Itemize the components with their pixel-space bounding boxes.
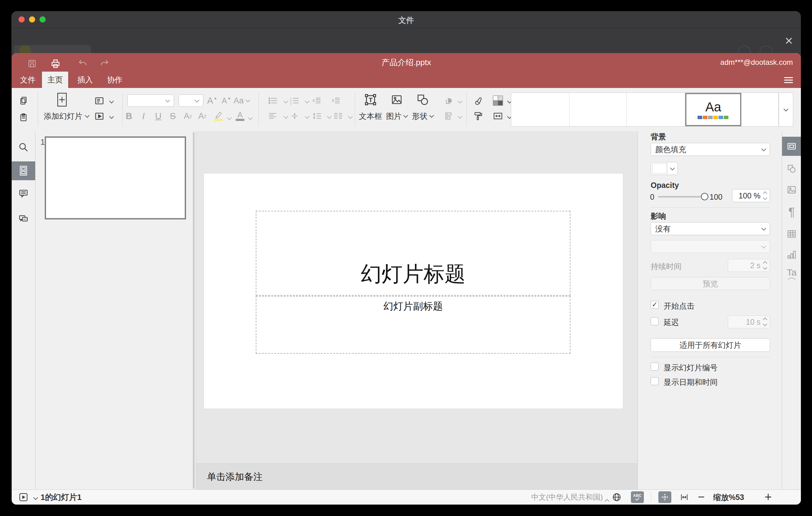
image-icon[interactable]	[390, 94, 403, 106]
align-objects-icon[interactable]	[444, 111, 454, 121]
textbox-label[interactable]: 文本框	[359, 111, 382, 121]
tab-collaboration[interactable]: 协作	[102, 71, 128, 88]
delay-checkbox[interactable]	[651, 317, 659, 325]
close-icon[interactable]	[784, 35, 794, 46]
copy-icon[interactable]	[19, 96, 28, 105]
show-date-time-checkbox[interactable]	[651, 377, 659, 385]
strikeout-button[interactable]: S	[170, 111, 176, 121]
duration-spinner[interactable]: 2 s	[728, 259, 770, 272]
shape-settings-icon[interactable]	[786, 164, 797, 174]
outdent-icon[interactable]	[312, 96, 321, 105]
highlight-chevron-icon[interactable]	[227, 115, 232, 120]
font-size-select[interactable]	[179, 94, 203, 107]
notes-area[interactable]: 单击添加备注	[196, 463, 637, 490]
indent-icon[interactable]	[331, 96, 340, 105]
bold-button[interactable]: B	[126, 111, 132, 121]
theme-slot[interactable]	[570, 93, 627, 126]
theme-slot[interactable]	[741, 93, 778, 126]
delay-spinner[interactable]: 10 s	[728, 315, 770, 328]
globe-icon[interactable]	[612, 492, 622, 502]
spellcheck-icon[interactable]: ABC	[631, 491, 644, 503]
menu-icon[interactable]	[784, 77, 793, 83]
numbered-list-chevron-icon[interactable]	[305, 99, 310, 104]
underline-button[interactable]: U	[155, 111, 162, 121]
paste-icon[interactable]	[19, 113, 28, 122]
language-label[interactable]: 中文(中华人民共和国)	[531, 492, 603, 502]
shape-icon[interactable]	[416, 93, 429, 106]
image-button[interactable]: 图片	[386, 111, 408, 121]
align-chevron-icon[interactable]	[284, 114, 288, 119]
slideshow-icon[interactable]	[94, 111, 105, 121]
theme-slot[interactable]	[627, 93, 685, 126]
theme-slot-selected[interactable]: Aa	[685, 93, 742, 126]
chat-icon[interactable]	[18, 214, 29, 224]
effect-select[interactable]: 没有	[651, 222, 770, 235]
valign-chevron-icon[interactable]	[305, 114, 310, 119]
preview-button[interactable]: 预览	[651, 277, 770, 290]
chart-settings-icon[interactable]	[786, 250, 797, 260]
bullet-list-chevron-icon[interactable]	[284, 99, 288, 104]
slide-size-icon[interactable]	[493, 111, 503, 121]
title-placeholder[interactable]: 幻灯片标题	[256, 211, 571, 296]
line-spacing-icon[interactable]	[313, 112, 322, 120]
columns-icon[interactable]	[334, 112, 343, 120]
subtitle-placeholder[interactable]: 幻灯片副标题	[256, 296, 571, 354]
tab-insert[interactable]: 插入	[72, 71, 98, 88]
fit-slide-icon[interactable]	[658, 491, 671, 503]
superscript-button[interactable]: A2	[184, 111, 192, 121]
font-name-select[interactable]	[127, 94, 174, 107]
slide-layout-icon[interactable]	[94, 96, 105, 106]
tab-file[interactable]: 文件	[16, 71, 40, 88]
slide-layout-chevron-icon[interactable]	[109, 99, 114, 104]
add-slide-button[interactable]: 添加幻灯片	[44, 111, 89, 121]
start-slideshow-chevron-icon[interactable]	[33, 495, 38, 500]
textbox-icon[interactable]: T	[364, 93, 377, 106]
italic-button[interactable]: I	[142, 111, 145, 121]
table-settings-icon[interactable]	[786, 229, 797, 239]
align-icon[interactable]	[268, 112, 278, 120]
background-color-swatch[interactable]	[651, 162, 678, 175]
font-color-chevron-icon[interactable]	[248, 115, 253, 120]
opacity-slider-thumb[interactable]	[701, 193, 708, 200]
shape-button[interactable]: 形状	[412, 111, 433, 121]
add-slide-icon[interactable]	[57, 93, 67, 107]
effect-type-select[interactable]	[651, 240, 770, 253]
search-icon[interactable]	[18, 142, 29, 152]
valign-icon[interactable]	[290, 112, 299, 120]
align-objects-chevron-icon[interactable]	[458, 114, 463, 119]
theme-slot[interactable]	[511, 93, 570, 126]
change-case-icon[interactable]: Aa	[234, 96, 250, 106]
bullet-list-icon[interactable]	[268, 96, 278, 105]
start-on-click-checkbox[interactable]: ✓	[651, 301, 659, 309]
zoom-in-icon[interactable]: +	[764, 490, 772, 504]
opacity-slider[interactable]	[658, 196, 705, 198]
language-caret-icon[interactable]	[605, 499, 610, 504]
tab-home[interactable]: 主页	[42, 71, 68, 88]
font-increase-icon[interactable]: A▲	[207, 96, 217, 106]
fit-width-icon[interactable]	[679, 493, 689, 501]
paint-roller-icon[interactable]	[473, 111, 483, 121]
opacity-spinner[interactable]: 100 %	[732, 189, 770, 202]
columns-chevron-icon[interactable]	[348, 114, 353, 119]
background-fill-select[interactable]: 颜色填充	[651, 143, 770, 156]
slide[interactable]: 幻灯片标题 幻灯片副标题	[204, 173, 623, 409]
comment-icon[interactable]	[18, 189, 29, 198]
paragraph-settings-icon[interactable]: ¶	[788, 205, 795, 219]
start-slideshow-icon[interactable]	[19, 492, 28, 502]
subscript-button[interactable]: A2	[198, 111, 206, 121]
slide-thumbnail[interactable]	[45, 136, 186, 220]
show-slide-number-checkbox[interactable]	[651, 363, 659, 371]
highlight-icon[interactable]	[214, 111, 223, 121]
font-decrease-icon[interactable]: A▼	[222, 96, 231, 105]
image-settings-icon[interactable]	[786, 185, 797, 195]
numbered-list-icon[interactable]: 123	[290, 96, 299, 105]
theme-gallery-expand-button[interactable]	[779, 93, 793, 126]
font-color-icon[interactable]: A	[236, 111, 244, 121]
line-spacing-chevron-icon[interactable]	[327, 114, 332, 119]
arrange-chevron-icon[interactable]	[458, 99, 463, 104]
fill-color-icon[interactable]	[493, 95, 503, 106]
slides-icon[interactable]	[19, 165, 28, 176]
zoom-out-icon[interactable]: −	[698, 490, 705, 504]
apply-to-all-slides-button[interactable]: 适用于所有幻灯片	[651, 338, 770, 352]
slide-settings-icon[interactable]	[786, 141, 797, 151]
